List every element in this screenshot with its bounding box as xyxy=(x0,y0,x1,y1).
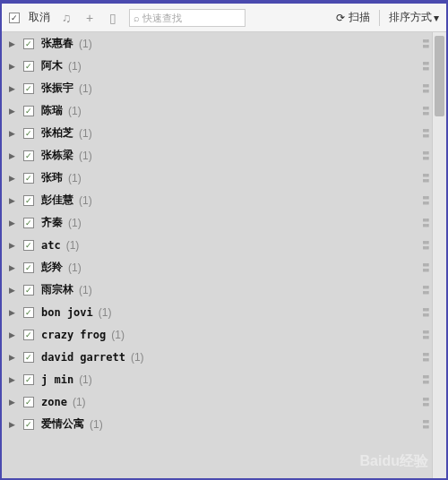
item-count: (1) xyxy=(79,373,92,386)
list-item[interactable]: ▶crazy frog(1)■■■■ xyxy=(2,323,446,346)
list-item[interactable]: ▶爱情公寓(1)■■■■ xyxy=(2,413,446,435)
item-count: (1) xyxy=(79,194,92,207)
device-icon[interactable]: ▯ xyxy=(106,11,120,25)
grid-icon[interactable]: ■■■■ xyxy=(423,352,428,363)
expand-arrow-icon[interactable]: ▶ xyxy=(9,398,20,407)
item-name: 彭佳慧 xyxy=(41,193,73,208)
item-checkbox[interactable] xyxy=(23,285,34,296)
headphones-icon[interactable]: ♫ xyxy=(59,11,73,25)
grid-icon[interactable]: ■■■■ xyxy=(423,262,428,273)
expand-arrow-icon[interactable]: ▶ xyxy=(9,219,20,227)
grid-icon[interactable]: ■■■■ xyxy=(423,419,428,430)
item-checkbox[interactable] xyxy=(23,39,34,49)
item-checkbox[interactable] xyxy=(23,307,34,318)
sort-button[interactable]: 排序方式 ▾ xyxy=(389,10,439,25)
list-item[interactable]: ▶david garrett(1)■■■■ xyxy=(2,346,446,368)
list-item[interactable]: ▶atc(1)■■■■ xyxy=(2,234,446,256)
plus-icon[interactable]: + xyxy=(82,11,97,25)
scan-button[interactable]: ⟳ 扫描 xyxy=(336,10,370,25)
item-name: bon jovi xyxy=(41,306,93,319)
item-checkbox[interactable] xyxy=(23,262,34,273)
list-item[interactable]: ▶j min(1)■■■■ xyxy=(2,368,446,390)
expand-arrow-icon[interactable]: ▶ xyxy=(9,353,20,362)
expand-arrow-icon[interactable]: ▶ xyxy=(9,129,20,138)
item-checkbox[interactable] xyxy=(23,173,34,184)
list-item[interactable]: ▶张栋梁(1)■■■■ xyxy=(2,144,446,167)
select-all-checkbox[interactable] xyxy=(9,13,20,23)
list-item[interactable]: ▶张惠春(1)■■■■ xyxy=(2,32,446,55)
item-checkbox[interactable] xyxy=(23,419,34,430)
expand-arrow-icon[interactable]: ▶ xyxy=(9,330,20,339)
item-name: 爱情公寓 xyxy=(41,416,84,432)
expand-arrow-icon[interactable]: ▶ xyxy=(9,420,20,429)
list-item[interactable]: ▶彭羚(1)■■■■ xyxy=(2,256,446,279)
item-count: (1) xyxy=(90,418,103,431)
search-input[interactable] xyxy=(142,13,241,23)
expand-arrow-icon[interactable]: ▶ xyxy=(9,241,20,250)
expand-arrow-icon[interactable]: ▶ xyxy=(9,308,20,317)
item-checkbox[interactable] xyxy=(23,218,34,228)
grid-icon[interactable]: ■■■■ xyxy=(423,240,428,251)
item-count: (1) xyxy=(66,239,80,252)
grid-icon[interactable]: ■■■■ xyxy=(423,39,428,49)
search-box[interactable]: ⌕ xyxy=(129,9,246,27)
item-checkbox[interactable] xyxy=(23,128,34,139)
scrollbar[interactable] xyxy=(432,32,446,478)
item-checkbox[interactable] xyxy=(23,61,34,72)
grid-icon[interactable]: ■■■■ xyxy=(423,173,428,184)
chevron-down-icon: ▾ xyxy=(434,12,439,24)
item-checkbox[interactable] xyxy=(23,240,34,251)
expand-arrow-icon[interactable]: ▶ xyxy=(9,375,20,384)
search-icon: ⌕ xyxy=(134,13,140,23)
list-item[interactable]: ▶雨宗林(1)■■■■ xyxy=(2,279,446,301)
grid-icon[interactable]: ■■■■ xyxy=(423,374,428,385)
grid-icon[interactable]: ■■■■ xyxy=(423,285,428,296)
expand-arrow-icon[interactable]: ▶ xyxy=(9,62,20,71)
item-count: (1) xyxy=(68,217,82,229)
item-checkbox[interactable] xyxy=(23,374,34,385)
scrollbar-thumb[interactable] xyxy=(435,36,444,116)
item-checkbox[interactable] xyxy=(23,397,34,407)
expand-arrow-icon[interactable]: ▶ xyxy=(9,174,20,183)
cancel-button[interactable]: 取消 xyxy=(29,10,50,25)
expand-arrow-icon[interactable]: ▶ xyxy=(9,84,20,93)
grid-icon[interactable]: ■■■■ xyxy=(423,307,428,318)
item-checkbox[interactable] xyxy=(23,330,34,340)
item-checkbox[interactable] xyxy=(23,83,34,94)
item-count: (1) xyxy=(79,38,92,50)
expand-arrow-icon[interactable]: ▶ xyxy=(9,263,20,272)
grid-icon[interactable]: ■■■■ xyxy=(423,83,428,94)
list-item[interactable]: ▶bon jovi(1)■■■■ xyxy=(2,301,446,323)
list-item[interactable]: ▶张柏芝(1)■■■■ xyxy=(2,122,446,144)
item-checkbox[interactable] xyxy=(23,106,34,116)
grid-icon[interactable]: ■■■■ xyxy=(423,330,428,340)
grid-icon[interactable]: ■■■■ xyxy=(423,106,428,116)
item-name: 张柏芝 xyxy=(41,125,73,141)
item-checkbox[interactable] xyxy=(23,150,34,161)
grid-icon[interactable]: ■■■■ xyxy=(423,128,428,139)
item-name: 齐秦 xyxy=(41,215,63,230)
expand-arrow-icon[interactable]: ▶ xyxy=(9,39,20,48)
list-item[interactable]: ▶陈瑞(1)■■■■ xyxy=(2,99,446,122)
list-item[interactable]: ▶张振宇(1)■■■■ xyxy=(2,77,446,99)
expand-arrow-icon[interactable]: ▶ xyxy=(9,196,20,205)
item-count: (1) xyxy=(68,60,82,73)
list-item[interactable]: ▶zone(1)■■■■ xyxy=(2,390,446,413)
expand-arrow-icon[interactable]: ▶ xyxy=(9,151,20,160)
item-checkbox[interactable] xyxy=(23,352,34,363)
item-name: david garrett xyxy=(41,351,125,364)
list-item[interactable]: ▶彭佳慧(1)■■■■ xyxy=(2,189,446,211)
list-item[interactable]: ▶阿木(1)■■■■ xyxy=(2,55,446,77)
item-checkbox[interactable] xyxy=(23,195,34,206)
list-item[interactable]: ▶齐秦(1)■■■■ xyxy=(2,211,446,234)
grid-icon[interactable]: ■■■■ xyxy=(423,218,428,228)
expand-arrow-icon[interactable]: ▶ xyxy=(9,107,20,116)
grid-icon[interactable]: ■■■■ xyxy=(423,150,428,161)
list-item[interactable]: ▶张玮(1)■■■■ xyxy=(2,167,446,189)
grid-icon[interactable]: ■■■■ xyxy=(423,195,428,206)
item-count: (1) xyxy=(79,150,92,162)
expand-arrow-icon[interactable]: ▶ xyxy=(9,286,20,295)
watermark: Baidu经验 xyxy=(360,452,428,471)
grid-icon[interactable]: ■■■■ xyxy=(423,397,428,407)
grid-icon[interactable]: ■■■■ xyxy=(423,61,428,72)
